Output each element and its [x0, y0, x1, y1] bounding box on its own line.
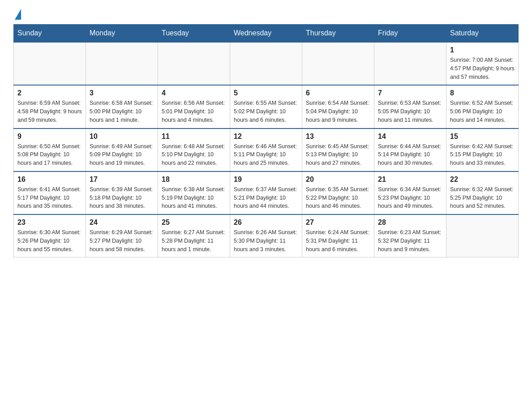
day-info: Sunrise: 6:23 AM Sunset: 5:32 PM Dayligh…: [378, 228, 442, 253]
calendar-cell: 1Sunrise: 7:00 AM Sunset: 4:57 PM Daylig…: [446, 42, 519, 85]
day-info: Sunrise: 6:55 AM Sunset: 5:02 PM Dayligh…: [234, 99, 298, 124]
day-info: Sunrise: 6:58 AM Sunset: 5:00 PM Dayligh…: [90, 99, 154, 124]
day-info: Sunrise: 6:53 AM Sunset: 5:05 PM Dayligh…: [378, 99, 442, 124]
day-number: 21: [378, 176, 442, 184]
calendar-cell: 18Sunrise: 6:38 AM Sunset: 5:19 PM Dayli…: [158, 171, 230, 214]
day-number: 12: [234, 133, 298, 141]
day-number: 8: [450, 89, 515, 97]
column-header-thursday: Thursday: [302, 25, 374, 43]
week-row-3: 9Sunrise: 6:50 AM Sunset: 5:08 PM Daylig…: [14, 128, 519, 171]
day-number: 11: [162, 133, 226, 141]
day-number: 28: [378, 218, 442, 227]
logo-triangle-icon: [15, 9, 21, 20]
day-info: Sunrise: 6:45 AM Sunset: 5:13 PM Dayligh…: [306, 142, 370, 167]
day-number: 24: [90, 218, 154, 227]
calendar-cell: 17Sunrise: 6:39 AM Sunset: 5:18 PM Dayli…: [86, 171, 158, 214]
day-number: 3: [90, 89, 154, 97]
calendar-cell: [302, 42, 374, 85]
calendar-cell: 12Sunrise: 6:46 AM Sunset: 5:11 PM Dayli…: [230, 128, 302, 171]
day-number: 15: [450, 133, 515, 141]
calendar-cell: [374, 42, 446, 85]
logo-general: [13, 9, 21, 20]
day-info: Sunrise: 6:46 AM Sunset: 5:11 PM Dayligh…: [234, 142, 298, 167]
day-number: 1: [450, 46, 515, 54]
calendar-header-row: SundayMondayTuesdayWednesdayThursdayFrid…: [14, 25, 519, 43]
page-header: [13, 9, 519, 20]
day-number: 4: [162, 89, 226, 97]
calendar-cell: [86, 42, 158, 85]
calendar-cell: 15Sunrise: 6:42 AM Sunset: 5:15 PM Dayli…: [446, 128, 519, 171]
day-number: 23: [17, 218, 82, 227]
day-info: Sunrise: 6:24 AM Sunset: 5:31 PM Dayligh…: [306, 228, 370, 253]
day-number: 13: [306, 133, 370, 141]
week-row-5: 23Sunrise: 6:30 AM Sunset: 5:26 PM Dayli…: [14, 214, 519, 257]
calendar-cell: 8Sunrise: 6:52 AM Sunset: 5:06 PM Daylig…: [446, 85, 519, 128]
day-number: 25: [162, 218, 226, 227]
day-number: 2: [17, 89, 82, 97]
column-header-friday: Friday: [374, 25, 446, 43]
calendar-cell: 5Sunrise: 6:55 AM Sunset: 5:02 PM Daylig…: [230, 85, 302, 128]
calendar-cell: 9Sunrise: 6:50 AM Sunset: 5:08 PM Daylig…: [14, 128, 86, 171]
logo: [13, 9, 21, 20]
calendar-cell: 14Sunrise: 6:44 AM Sunset: 5:14 PM Dayli…: [374, 128, 446, 171]
day-number: 20: [306, 176, 370, 184]
day-info: Sunrise: 6:49 AM Sunset: 5:09 PM Dayligh…: [90, 142, 154, 167]
calendar-cell: [158, 42, 230, 85]
day-info: Sunrise: 6:26 AM Sunset: 5:30 PM Dayligh…: [234, 228, 298, 253]
calendar-cell: [14, 42, 86, 85]
day-info: Sunrise: 6:44 AM Sunset: 5:14 PM Dayligh…: [378, 142, 442, 167]
calendar-cell: 4Sunrise: 6:56 AM Sunset: 5:01 PM Daylig…: [158, 85, 230, 128]
day-info: Sunrise: 6:39 AM Sunset: 5:18 PM Dayligh…: [90, 185, 154, 210]
calendar-cell: 25Sunrise: 6:27 AM Sunset: 5:28 PM Dayli…: [158, 214, 230, 257]
column-header-sunday: Sunday: [14, 25, 86, 43]
day-number: 17: [90, 176, 154, 184]
calendar-cell: 19Sunrise: 6:37 AM Sunset: 5:21 PM Dayli…: [230, 171, 302, 214]
calendar-cell: 6Sunrise: 6:54 AM Sunset: 5:04 PM Daylig…: [302, 85, 374, 128]
day-number: 22: [450, 176, 515, 184]
week-row-4: 16Sunrise: 6:41 AM Sunset: 5:17 PM Dayli…: [14, 171, 519, 214]
day-info: Sunrise: 6:48 AM Sunset: 5:10 PM Dayligh…: [162, 142, 226, 167]
day-info: Sunrise: 6:50 AM Sunset: 5:08 PM Dayligh…: [17, 142, 82, 167]
calendar-cell: 16Sunrise: 6:41 AM Sunset: 5:17 PM Dayli…: [14, 171, 86, 214]
day-number: 6: [306, 89, 370, 97]
calendar-cell: 2Sunrise: 6:59 AM Sunset: 4:58 PM Daylig…: [14, 85, 86, 128]
calendar-cell: 22Sunrise: 6:32 AM Sunset: 5:25 PM Dayli…: [446, 171, 519, 214]
week-row-2: 2Sunrise: 6:59 AM Sunset: 4:58 PM Daylig…: [14, 85, 519, 128]
day-number: 14: [378, 133, 442, 141]
calendar-cell: 13Sunrise: 6:45 AM Sunset: 5:13 PM Dayli…: [302, 128, 374, 171]
day-info: Sunrise: 6:34 AM Sunset: 5:23 PM Dayligh…: [378, 185, 442, 210]
day-number: 10: [90, 133, 154, 141]
calendar-table: SundayMondayTuesdayWednesdayThursdayFrid…: [13, 24, 519, 257]
day-info: Sunrise: 6:59 AM Sunset: 4:58 PM Dayligh…: [17, 99, 82, 124]
calendar-cell: [230, 42, 302, 85]
day-info: Sunrise: 6:41 AM Sunset: 5:17 PM Dayligh…: [17, 185, 82, 210]
calendar-cell: 23Sunrise: 6:30 AM Sunset: 5:26 PM Dayli…: [14, 214, 86, 257]
column-header-tuesday: Tuesday: [158, 25, 230, 43]
day-info: Sunrise: 6:56 AM Sunset: 5:01 PM Dayligh…: [162, 99, 226, 124]
day-info: Sunrise: 6:29 AM Sunset: 5:27 PM Dayligh…: [90, 228, 154, 253]
calendar-cell: 7Sunrise: 6:53 AM Sunset: 5:05 PM Daylig…: [374, 85, 446, 128]
day-number: 9: [17, 133, 82, 141]
day-info: Sunrise: 6:27 AM Sunset: 5:28 PM Dayligh…: [162, 228, 226, 253]
day-info: Sunrise: 6:35 AM Sunset: 5:22 PM Dayligh…: [306, 185, 370, 210]
calendar-cell: 10Sunrise: 6:49 AM Sunset: 5:09 PM Dayli…: [86, 128, 158, 171]
calendar-cell: 28Sunrise: 6:23 AM Sunset: 5:32 PM Dayli…: [374, 214, 446, 257]
day-info: Sunrise: 6:30 AM Sunset: 5:26 PM Dayligh…: [17, 228, 82, 253]
day-info: Sunrise: 6:37 AM Sunset: 5:21 PM Dayligh…: [234, 185, 298, 210]
day-number: 27: [306, 218, 370, 227]
calendar-cell: 20Sunrise: 6:35 AM Sunset: 5:22 PM Dayli…: [302, 171, 374, 214]
calendar-cell: 21Sunrise: 6:34 AM Sunset: 5:23 PM Dayli…: [374, 171, 446, 214]
day-number: 5: [234, 89, 298, 97]
day-info: Sunrise: 6:52 AM Sunset: 5:06 PM Dayligh…: [450, 99, 515, 124]
day-number: 18: [162, 176, 226, 184]
day-number: 7: [378, 89, 442, 97]
day-number: 16: [17, 176, 82, 184]
day-info: Sunrise: 6:54 AM Sunset: 5:04 PM Dayligh…: [306, 99, 370, 124]
calendar-cell: 26Sunrise: 6:26 AM Sunset: 5:30 PM Dayli…: [230, 214, 302, 257]
column-header-saturday: Saturday: [446, 25, 519, 43]
calendar-cell: 11Sunrise: 6:48 AM Sunset: 5:10 PM Dayli…: [158, 128, 230, 171]
calendar-cell: 27Sunrise: 6:24 AM Sunset: 5:31 PM Dayli…: [302, 214, 374, 257]
calendar-cell: [446, 214, 519, 257]
day-info: Sunrise: 6:32 AM Sunset: 5:25 PM Dayligh…: [450, 185, 515, 210]
week-row-1: 1Sunrise: 7:00 AM Sunset: 4:57 PM Daylig…: [14, 42, 519, 85]
